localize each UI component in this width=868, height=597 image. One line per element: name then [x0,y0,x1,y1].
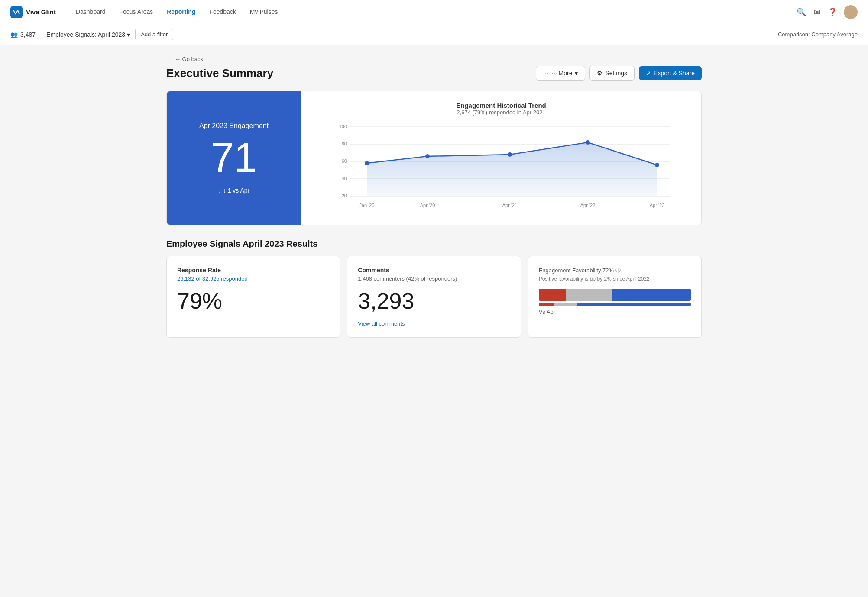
back-arrow-icon: ← [166,55,172,62]
favorability-main-bar [539,289,691,301]
logo[interactable]: Viva Glint [10,6,56,18]
results-grid: Response Rate 26,132 of 32,925 responded… [166,256,702,338]
svg-point-15 [425,154,430,158]
results-title: Employee Signals April 2023 Results [166,239,702,249]
user-avatar[interactable] [844,5,858,19]
main-content: ← ← Go back Executive Summary ··· ··· Mo… [152,45,716,348]
signal-count: 👥 3,487 [10,31,36,38]
comments-value: 3,293 [358,289,510,313]
engagement-score-value: 71 [211,137,257,178]
engagement-inner: Apr 2023 Engagement 71 ↓ ↓ 1 vs Apr Enga… [167,91,701,225]
svg-text:100: 100 [339,124,347,129]
svg-text:Apr '22: Apr '22 [580,203,596,208]
svg-point-18 [655,163,659,167]
favorability-vs-bar [539,303,691,306]
favorability-bars: Vs Apr [539,289,691,315]
view-comments-link[interactable]: View all comments [358,320,510,327]
nav-links: Dashboard Focus Areas Reporting Feedback… [70,5,797,19]
engagement-score-delta: ↓ ↓ 1 vs Apr [218,187,249,194]
fav-bar-favorable [612,289,691,301]
svg-point-17 [586,140,590,145]
gear-icon: ⚙ [597,70,602,77]
fav-bar-unfavorable [539,289,566,301]
svg-text:Apr '21: Apr '21 [502,203,518,208]
more-chevron-icon: ▾ [575,70,578,77]
fav-vs-bar-unfavorable [539,303,554,306]
page-header: Executive Summary ··· ··· More ▾ ⚙ Setti… [166,66,702,81]
page-title: Executive Summary [166,67,273,80]
settings-button[interactable]: ⚙ Settings [589,66,635,81]
search-icon[interactable]: 🔍 [797,8,806,16]
svg-point-2 [845,14,856,19]
engagement-score-card: Apr 2023 Engagement 71 ↓ ↓ 1 vs Apr [167,91,301,225]
nav-reporting[interactable]: Reporting [161,5,201,19]
fav-vs-bar-favorable [577,303,691,306]
people-icon: 👥 [10,31,18,38]
favorability-subtitle: Positive favorability is up by 2% since … [539,276,691,282]
engagement-section: Apr 2023 Engagement 71 ↓ ↓ 1 vs Apr Enga… [166,91,702,225]
svg-point-14 [365,161,369,165]
svg-text:Apr '20: Apr '20 [420,203,435,208]
response-rate-value: 79% [177,289,329,313]
top-nav: Viva Glint Dashboard Focus Areas Reporti… [0,0,868,24]
svg-text:40: 40 [342,176,347,181]
app-name: Viva Glint [26,8,56,16]
filter-bar: 👥 3,487 Employee Signals: April 2023 ▾ A… [0,24,868,45]
nav-actions: 🔍 ✉ ❓ [797,5,858,19]
response-rate-link[interactable]: 26,132 of 32,925 responded [177,275,329,282]
svg-text:Jan '20: Jan '20 [359,203,374,208]
engagement-chart-area: Engagement Historical Trend 2,674 (79%) … [301,91,701,225]
add-filter-button[interactable]: Add a filter [135,29,173,40]
nav-feedback[interactable]: Feedback [203,5,242,19]
delta-arrow-icon: ↓ [218,187,221,194]
help-icon[interactable]: ❓ [828,8,837,16]
favorability-card: Engagement Favorability 72% ⓘ Positive f… [528,256,702,338]
survey-selector[interactable]: Employee Signals: April 2023 ▾ [46,31,130,38]
vs-label: Vs Apr [539,309,691,315]
response-rate-title: Response Rate [177,267,329,274]
fav-bar-neutral [566,289,612,301]
svg-point-1 [848,7,854,13]
chart-title: Engagement Historical Trend [315,102,687,109]
fav-vs-bar-neutral [554,303,577,306]
nav-my-pulses[interactable]: My Pulses [244,5,284,19]
chevron-down-icon: ▾ [127,31,130,38]
page-actions: ··· ··· More ▾ ⚙ Settings ↗ Export & Sha… [536,66,702,81]
comments-title: Comments [358,267,510,274]
engagement-chart: 100 80 60 40 20 [315,123,687,218]
comments-card: Comments 1,468 commenters (42% of respon… [347,256,521,338]
filter-divider [41,30,41,39]
export-share-button[interactable]: ↗ Export & Share [639,66,702,80]
response-rate-card: Response Rate 26,132 of 32,925 responded… [166,256,340,338]
favorability-title: Engagement Favorability 72% ⓘ [539,267,691,274]
svg-text:60: 60 [342,158,347,164]
export-icon: ↗ [646,70,651,77]
engagement-score-label: Apr 2023 Engagement [199,122,269,130]
info-icon: ⓘ [615,267,621,274]
go-back-link[interactable]: ← ← Go back [166,55,702,62]
chat-icon[interactable]: ✉ [813,8,821,16]
svg-text:Apr '23: Apr '23 [650,203,665,208]
svg-text:20: 20 [342,193,347,198]
svg-text:80: 80 [342,141,347,146]
nav-focus-areas[interactable]: Focus Areas [113,5,159,19]
comments-subtitle: 1,468 commenters (42% of responders) [358,275,510,282]
svg-point-16 [508,152,512,157]
comparison-label: Comparison: Company Average [778,31,858,38]
results-section: Employee Signals April 2023 Results Resp… [166,239,702,338]
chart-subtitle: 2,674 (79%) responded in Apr 2021 [315,109,687,116]
more-button[interactable]: ··· ··· More ▾ [536,66,585,81]
more-dots-icon: ··· [543,70,548,77]
nav-dashboard[interactable]: Dashboard [70,5,112,19]
